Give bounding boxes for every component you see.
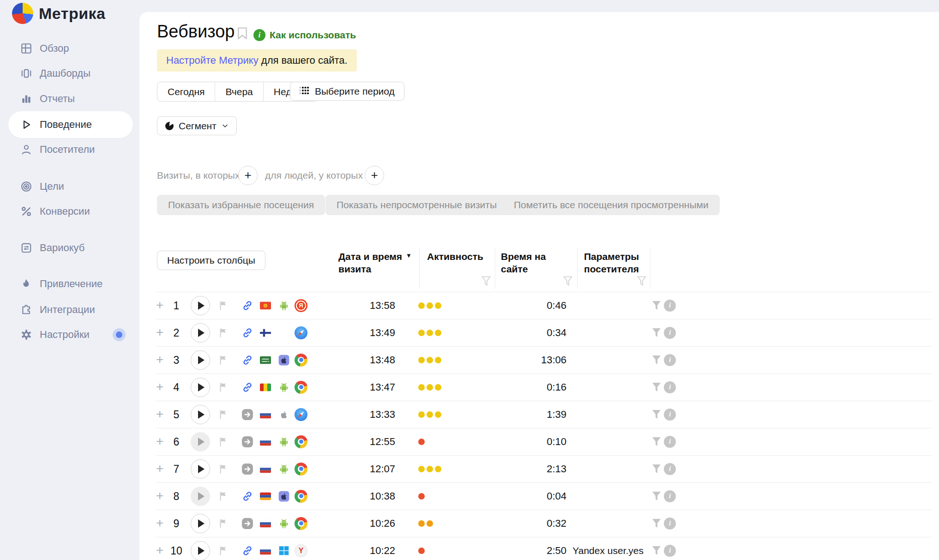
direct-source-icon [241, 436, 253, 448]
flag-visit-icon[interactable] [218, 546, 229, 556]
add-to-favorites-icon[interactable]: + [156, 297, 163, 312]
filter-funnel-icon[interactable] [652, 437, 661, 447]
play-visit-button[interactable] [191, 405, 210, 424]
direct-source-icon [241, 463, 253, 475]
sidebar-collapse-button[interactable]: Свернуть [8, 552, 133, 560]
flag-guinea-icon [260, 383, 271, 391]
play-visit-button[interactable] [191, 296, 210, 315]
visit-info-icon[interactable]: i [664, 354, 676, 366]
filter-funnel-icon[interactable] [563, 276, 572, 288]
show-favorite-visits-button[interactable]: Показать избранные посещения [157, 195, 325, 215]
filter-funnel-icon[interactable] [652, 518, 661, 529]
sidebar-item-settings[interactable]: Настройки [8, 321, 133, 348]
activity-indicator [418, 384, 441, 391]
flag-visit-icon[interactable] [218, 518, 229, 529]
play-visit-button[interactable] [191, 378, 210, 397]
configure-columns-button[interactable]: Настроить столбцы [157, 251, 265, 270]
time-on-site: 1:39 [508, 409, 566, 421]
filter-funnel-icon[interactable] [482, 276, 491, 288]
add-to-favorites-icon[interactable]: + [156, 325, 163, 339]
visit-info-icon[interactable]: i [664, 409, 676, 421]
sidebar-item-variocube[interactable]: Вариокуб [8, 235, 133, 261]
visit-info-icon[interactable]: i [664, 490, 676, 502]
add-visit-condition-button[interactable]: + [238, 166, 258, 185]
add-to-favorites-icon[interactable]: + [156, 434, 163, 448]
metrika-logo[interactable]: Метрика [12, 3, 106, 24]
visit-info-icon[interactable]: i [664, 436, 676, 448]
visit-info-icon[interactable]: i [664, 300, 676, 312]
flag-visit-icon[interactable] [218, 437, 229, 447]
filter-funnel-icon[interactable] [652, 328, 661, 338]
activity-indicator [418, 466, 441, 472]
visit-info-icon[interactable]: i [664, 518, 676, 530]
add-to-favorites-icon[interactable]: + [156, 406, 163, 421]
filter-funnel-icon[interactable] [652, 301, 661, 311]
add-to-favorites-icon[interactable]: + [156, 352, 163, 367]
table-row: +313:4813:06i [139, 346, 939, 373]
chrome-icon [295, 354, 307, 367]
link-source-icon [241, 490, 253, 502]
play-visit-button[interactable] [191, 459, 210, 479]
filter-funnel-icon[interactable] [637, 276, 646, 288]
add-to-favorites-icon[interactable]: + [156, 515, 163, 530]
add-to-favorites-icon[interactable]: + [156, 461, 163, 476]
activity-indicator [418, 548, 425, 554]
flag-visit-icon[interactable] [218, 355, 229, 365]
play-visit-button[interactable] [191, 487, 210, 506]
flag-visit-icon[interactable] [218, 491, 229, 501]
setup-metrika-link[interactable]: Настройте Метрику [166, 54, 259, 66]
flag-visit-icon[interactable] [218, 301, 229, 311]
filter-funnel-icon[interactable] [652, 382, 661, 392]
sidebar-item-integrations[interactable]: Интеграции [8, 296, 133, 323]
mark-all-viewed-button[interactable]: Пометить все посещения просмотренными [503, 195, 720, 215]
sidebar-item-label: Дашборды [40, 67, 90, 79]
add-people-condition-button[interactable]: + [365, 166, 384, 185]
sidebar-item-conversions[interactable]: Конверсии [8, 198, 133, 225]
chevron-down-icon [222, 120, 229, 132]
play-visit-button[interactable] [191, 323, 210, 343]
sidebar-item-visitors[interactable]: Посетители [8, 136, 133, 163]
add-to-favorites-icon[interactable]: + [156, 379, 163, 394]
flag-visit-icon[interactable] [218, 464, 229, 474]
sidebar-item-dashboards[interactable]: Дашборды [8, 60, 133, 87]
add-to-favorites-icon[interactable]: + [156, 542, 163, 557]
sidebar-item-acquisition[interactable]: Привлечение [8, 271, 133, 297]
visit-info-icon[interactable]: i [664, 463, 676, 475]
page-title: Вебвизор [157, 21, 235, 42]
sidebar-item-overview[interactable]: Обзор [8, 35, 133, 62]
visit-time: 10:22 [351, 545, 395, 557]
flag-visit-icon[interactable] [218, 409, 229, 420]
sidebar-item-reports[interactable]: Отчеты [8, 85, 133, 112]
play-visit-button[interactable] [191, 541, 210, 560]
flag-russia-icon [260, 410, 271, 418]
bookmark-icon[interactable] [237, 27, 247, 42]
time-on-site: 0:04 [508, 490, 566, 502]
column-header-date-time[interactable]: Дата и время визита [338, 250, 405, 275]
segment-button[interactable]: Сегмент [157, 116, 237, 135]
row-number: 9 [166, 517, 187, 530]
play-visit-button[interactable] [191, 432, 210, 452]
settings-icon [20, 329, 32, 341]
filter-funnel-icon[interactable] [652, 464, 661, 474]
period-today-button[interactable]: Сегодня [157, 82, 215, 101]
flag-visit-icon[interactable] [218, 382, 229, 392]
table-row: +10Y10:222:50Yandex user.yesi [139, 537, 939, 560]
sort-desc-icon[interactable]: ▼ [406, 252, 412, 259]
play-visit-button[interactable] [191, 514, 210, 533]
how-to-use-link[interactable]: i Как использовать [253, 29, 356, 41]
filter-funnel-icon[interactable] [652, 491, 661, 501]
filter-funnel-icon[interactable] [652, 355, 661, 365]
visit-info-icon[interactable]: i [664, 545, 676, 557]
sidebar-item-behavior[interactable]: Поведение [8, 111, 133, 138]
filter-funnel-icon[interactable] [652, 409, 661, 420]
flag-visit-icon[interactable] [218, 328, 229, 338]
sidebar-item-goals[interactable]: Цели [8, 173, 133, 200]
visit-info-icon[interactable]: i [664, 381, 676, 393]
select-period-button[interactable]: Выберите период [290, 82, 404, 101]
show-unviewed-visits-button[interactable]: Показать непросмотренные визиты [325, 195, 508, 215]
filter-funnel-icon[interactable] [652, 546, 661, 556]
visit-info-icon[interactable]: i [664, 327, 676, 339]
period-yesterday-button[interactable]: Вчера [215, 82, 263, 101]
play-visit-button[interactable] [191, 350, 210, 370]
add-to-favorites-icon[interactable]: + [156, 488, 163, 503]
